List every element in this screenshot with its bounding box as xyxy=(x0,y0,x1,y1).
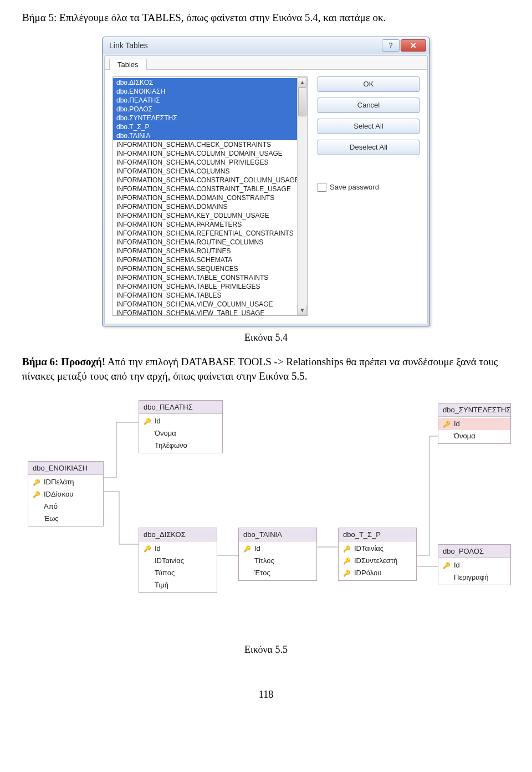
erd-field: Τιμή xyxy=(139,579,217,591)
list-item[interactable]: INFORMATION_SCHEMA.PARAMETERS xyxy=(113,220,298,229)
list-item[interactable]: INFORMATION_SCHEMA.TABLE_PRIVILEGES xyxy=(113,282,298,291)
dialog-titlebar: Link Tables ? ✕ xyxy=(103,37,429,54)
erd-table-title: dbo_ΕΝΟΙΚΙΑΣΗ xyxy=(28,462,103,475)
erd-table-tainia[interactable]: dbo_ΤΑΙΝΙΑ🔑IdΤίτλοςΈτος xyxy=(238,528,317,581)
erd-field: 🔑IDΣυντελεστή xyxy=(339,555,416,567)
dialog-title: Link Tables xyxy=(106,41,381,50)
list-item[interactable]: dbo.ΤΑΙΝΙΑ xyxy=(113,131,298,140)
erd-field-label: IDΔίσκου xyxy=(44,489,73,499)
erd-field: Τηλέφωνο xyxy=(139,439,222,452)
erd-field: 🔑IDΠελάτη xyxy=(28,476,103,488)
list-item[interactable]: dbo.ΕΝΟΙΚΙΑΣΗ xyxy=(113,87,298,96)
list-item[interactable]: INFORMATION_SCHEMA.TABLES xyxy=(113,291,298,300)
list-item[interactable]: dbo.ΔΙΣΚΟΣ xyxy=(113,78,298,87)
list-item[interactable]: dbo.ΣΥΝΤΕΛΕΣΤΗΣ xyxy=(113,114,298,122)
scroll-down-icon[interactable]: ▼ xyxy=(298,305,307,315)
erd-field-label: Τίτλος xyxy=(254,556,274,566)
page-number: 118 xyxy=(22,689,510,701)
listbox-scrollbar[interactable]: ▲ ▼ xyxy=(297,77,307,315)
erd-table-tsp[interactable]: dbo_Τ_Σ_Ρ🔑IDΤαινίας🔑IDΣυντελεστή🔑IDΡόλου xyxy=(338,528,417,581)
help-icon[interactable]: ? xyxy=(382,39,400,52)
list-item[interactable]: INFORMATION_SCHEMA.ROUTINES xyxy=(113,247,298,255)
erd-table-rolos[interactable]: dbo_ΡΟΛΟΣ🔑IdΠεριγραφή xyxy=(438,544,511,585)
list-item[interactable]: INFORMATION_SCHEMA.SEQUENCES xyxy=(113,264,298,273)
erd-field-label: IDΡόλου xyxy=(354,568,381,578)
dialog-body: Tables dbo.ΔΙΣΚΟΣdbo.ΕΝΟΙΚΙΑΣΗdbo.ΠΕΛΑΤΗ… xyxy=(104,55,428,324)
erd-field-label: Έως xyxy=(44,514,59,524)
key-icon: 🔑 xyxy=(33,489,40,499)
erd-field: 🔑Id xyxy=(239,543,316,555)
tab-tables[interactable]: Tables xyxy=(109,59,147,70)
erd-table-pelatis[interactable]: dbo_ΠΕΛΑΤΗΣ🔑IdΌνομαΤηλέφωνο xyxy=(139,400,223,453)
erd-field-label: Από xyxy=(44,502,58,512)
list-item[interactable]: dbo.ΠΕΛΑΤΗΣ xyxy=(113,96,298,105)
list-item[interactable]: INFORMATION_SCHEMA.CONSTRAINT_COLUMN_USA… xyxy=(113,176,298,185)
tables-listbox[interactable]: dbo.ΔΙΣΚΟΣdbo.ΕΝΟΙΚΙΑΣΗdbo.ΠΕΛΑΤΗΣdbo.ΡΟ… xyxy=(112,76,308,316)
erd-field: Τίτλος xyxy=(239,555,316,567)
list-item[interactable]: INFORMATION_SCHEMA.VIEW_TABLE_USAGE xyxy=(113,309,298,315)
erd-field: 🔑IDΡόλου xyxy=(339,567,416,579)
erd-field-label: IDΤαινίας xyxy=(155,556,184,566)
scroll-up-icon[interactable]: ▲ xyxy=(298,77,307,88)
scroll-thumb[interactable] xyxy=(298,88,306,116)
erd-field-label: IDΣυντελεστή xyxy=(354,556,397,566)
erd-field-label: IDΠελάτη xyxy=(44,477,74,487)
list-item[interactable]: INFORMATION_SCHEMA.SCHEMATA xyxy=(113,255,298,264)
erd-table-title: dbo_Τ_Σ_Ρ xyxy=(339,528,416,541)
deselect-all-button[interactable]: Deselect All xyxy=(318,140,420,155)
list-item[interactable]: INFORMATION_SCHEMA.VIEW_COLUMN_USAGE xyxy=(113,300,298,309)
erd-field: IDΤαινίας xyxy=(139,555,217,567)
key-icon: 🔑 xyxy=(443,560,451,570)
erd-field-label: Id xyxy=(155,544,161,554)
save-password-label: Save password xyxy=(330,183,379,191)
list-item[interactable]: INFORMATION_SCHEMA.REFERENTIAL_CONSTRAIN… xyxy=(113,229,298,238)
key-icon: 🔑 xyxy=(343,568,351,578)
erd-field: Έως xyxy=(28,513,103,525)
list-item[interactable]: dbo.ΡΟΛΟΣ xyxy=(113,105,298,114)
close-icon[interactable]: ✕ xyxy=(401,39,426,52)
list-item[interactable]: dbo.Τ_Σ_Ρ xyxy=(113,122,298,131)
erd-table-title: dbo_ΣΥΝΤΕΛΕΣΤΗΣ xyxy=(438,403,510,417)
erd-table-syntel[interactable]: dbo_ΣΥΝΤΕΛΕΣΤΗΣ🔑IdΌνομα xyxy=(438,403,511,444)
key-icon: 🔑 xyxy=(144,416,151,426)
list-item[interactable]: INFORMATION_SCHEMA.DOMAINS xyxy=(113,202,298,211)
list-item[interactable]: INFORMATION_SCHEMA.COLUMN_DOMAIN_USAGE xyxy=(113,149,298,158)
list-item[interactable]: INFORMATION_SCHEMA.DOMAIN_CONSTRAINTS xyxy=(113,193,298,202)
erd-field: Τύπος xyxy=(139,567,217,579)
erd-field-label: Τύπος xyxy=(155,568,175,578)
erd-field-label: Τιμή xyxy=(155,580,168,590)
erd-field-label: Περιγραφή xyxy=(454,572,489,582)
key-icon: 🔑 xyxy=(144,544,151,554)
erd-field-label: Id xyxy=(454,560,460,570)
ok-button[interactable]: OK xyxy=(318,76,420,92)
list-item[interactable]: INFORMATION_SCHEMA.KEY_COLUMN_USAGE xyxy=(113,211,298,220)
tab-strip: Tables xyxy=(105,56,427,70)
erd-field: 🔑IDΔίσκου xyxy=(28,488,103,500)
select-all-button[interactable]: Select All xyxy=(318,119,420,134)
erd-field: 🔑Id xyxy=(139,415,222,427)
erd-field: Από xyxy=(28,500,103,513)
relationships-diagram: dbo_ΠΕΛΑΤΗΣ🔑IdΌνομαΤηλέφωνο dbo_ΣΥΝΤΕΛΕΣ… xyxy=(22,395,510,638)
erd-field: Περιγραφή xyxy=(438,571,510,584)
erd-field: Όνομα xyxy=(139,427,222,439)
list-item[interactable]: INFORMATION_SCHEMA.COLUMNS xyxy=(113,167,298,176)
list-item[interactable]: INFORMATION_SCHEMA.CONSTRAINT_TABLE_USAG… xyxy=(113,185,298,193)
list-item[interactable]: INFORMATION_SCHEMA.COLUMN_PRIVILEGES xyxy=(113,158,298,167)
erd-field-label: Id xyxy=(454,419,460,429)
erd-field-label: Id xyxy=(155,416,161,426)
erd-table-diskos[interactable]: dbo_ΔΙΣΚΟΣ🔑IdIDΤαινίαςΤύποςΤιμή xyxy=(139,528,217,593)
erd-field: 🔑Id xyxy=(438,418,510,430)
cancel-button[interactable]: Cancel xyxy=(318,98,420,113)
erd-field: 🔑IDΤαινίας xyxy=(339,543,416,555)
list-item[interactable]: INFORMATION_SCHEMA.TABLE_CONSTRAINTS xyxy=(113,273,298,282)
step5-text: Βήμα 5: Επιλέγουμε όλα τα TABLES, όπως φ… xyxy=(22,11,510,25)
list-item[interactable]: INFORMATION_SCHEMA.CHECK_CONSTRAINTS xyxy=(113,140,298,149)
list-item[interactable]: INFORMATION_SCHEMA.ROUTINE_COLUMNS xyxy=(113,238,298,247)
save-password-checkbox[interactable] xyxy=(318,183,326,192)
erd-field: Έτος xyxy=(239,567,316,579)
erd-table-title: dbo_ΤΑΙΝΙΑ xyxy=(239,528,316,541)
erd-table-enoikiasi[interactable]: dbo_ΕΝΟΙΚΙΑΣΗ🔑IDΠελάτη🔑IDΔίσκουΑπόΈως xyxy=(28,461,104,526)
erd-table-title: dbo_ΡΟΛΟΣ xyxy=(438,545,510,558)
step6-text: Βήμα 6: Προσοχή! Από την επιλογή DATABAS… xyxy=(22,355,510,384)
erd-table-title: dbo_ΔΙΣΚΟΣ xyxy=(139,528,217,541)
